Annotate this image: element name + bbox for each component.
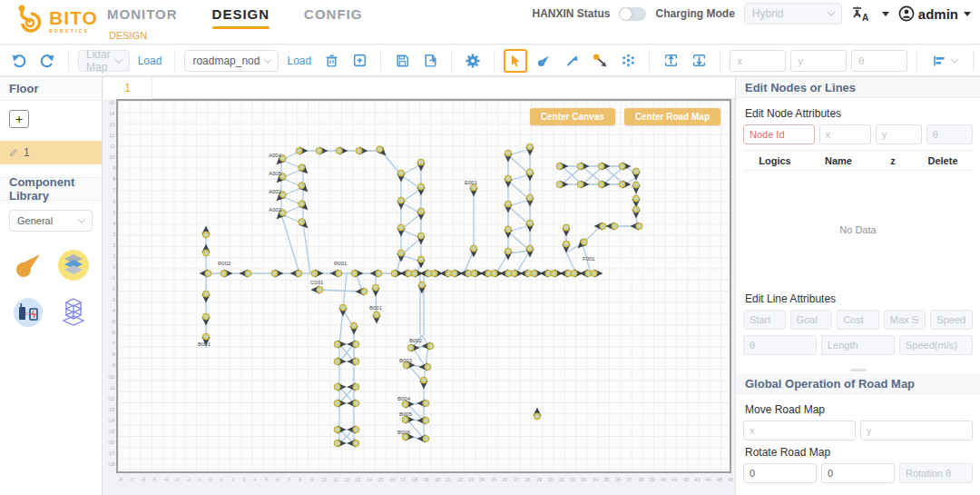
road-node[interactable]: [348, 399, 360, 407]
road-node[interactable]: [416, 233, 425, 245]
floor-item-1[interactable]: 1: [0, 141, 102, 164]
redo-button[interactable]: [35, 49, 59, 73]
node-x-input[interactable]: [819, 124, 871, 144]
road-node[interactable]: [330, 269, 343, 277]
road-node[interactable]: [201, 244, 210, 257]
road-node[interactable]: [407, 343, 420, 351]
road-node[interactable]: [417, 416, 430, 424]
road-node[interactable]: [560, 269, 573, 277]
road-node[interactable]: [525, 194, 534, 207]
road-node[interactable]: [469, 245, 477, 258]
center-roadmap-button[interactable]: Center Road Map: [624, 108, 720, 125]
settings-gear-button[interactable]: [461, 49, 485, 73]
road-node[interactable]: [416, 159, 425, 172]
new-map-button[interactable]: [348, 49, 371, 73]
tab-monitor[interactable]: MONITOR: [107, 6, 178, 29]
theta-coordinate-input[interactable]: [851, 50, 907, 72]
road-node[interactable]: [419, 362, 432, 371]
road-node[interactable]: [334, 399, 347, 407]
x-coordinate-input[interactable]: [730, 50, 786, 72]
delete-map-button[interactable]: [319, 49, 343, 73]
edit-floor-icon[interactable]: [9, 148, 18, 157]
road-node[interactable]: [201, 313, 210, 326]
road-node[interactable]: [419, 377, 427, 390]
tab-config[interactable]: CONFIG: [304, 6, 362, 29]
road-node[interactable]: [397, 197, 405, 210]
road-node[interactable]: [334, 340, 347, 348]
road-node[interactable]: [334, 425, 347, 433]
road-node[interactable]: [525, 144, 534, 156]
add-floor-button[interactable]: +: [9, 110, 29, 128]
road-node[interactable]: [336, 146, 348, 154]
component-charging-station[interactable]: =: [11, 295, 45, 330]
road-node[interactable]: [316, 146, 328, 154]
center-canvas-button[interactable]: Center Canvas: [530, 108, 615, 125]
road-node[interactable]: [440, 269, 453, 277]
road-node[interactable]: [525, 169, 534, 182]
road-node[interactable]: [311, 269, 324, 277]
road-node[interactable]: [416, 256, 425, 269]
rotate-y-input[interactable]: [821, 463, 895, 483]
user-menu[interactable]: admin: [898, 5, 971, 22]
move-x-input[interactable]: [743, 421, 856, 441]
road-node[interactable]: [480, 269, 493, 277]
road-node[interactable]: [356, 146, 368, 154]
road-node[interactable]: [556, 162, 569, 170]
road-node[interactable]: [201, 291, 210, 303]
road-node[interactable]: [290, 269, 303, 277]
road-node[interactable]: [348, 425, 360, 433]
language-icon[interactable]: A: [851, 5, 871, 22]
road-node[interactable]: [351, 269, 364, 277]
road-node[interactable]: [397, 250, 405, 262]
road-node[interactable]: [504, 201, 512, 213]
rotate-x-input[interactable]: [743, 463, 817, 483]
y-coordinate-input[interactable]: [790, 50, 847, 72]
road-node[interactable]: [240, 269, 252, 277]
node-y-input[interactable]: [876, 124, 922, 144]
component-category-select[interactable]: General: [9, 210, 93, 232]
road-node[interactable]: [469, 184, 477, 197]
road-node[interactable]: [348, 340, 360, 348]
road-node[interactable]: [631, 222, 643, 230]
road-node[interactable]: [416, 208, 425, 221]
road-node[interactable]: [533, 408, 541, 421]
road-node[interactable]: [334, 382, 347, 391]
road-node[interactable]: [504, 175, 512, 188]
draw-line-tool-button[interactable]: [560, 49, 583, 73]
component-node-tool[interactable]: [11, 248, 45, 282]
road-edge[interactable]: [318, 290, 362, 292]
road-node[interactable]: [598, 180, 611, 188]
road-node[interactable]: [397, 224, 405, 237]
road-node[interactable]: [417, 399, 430, 407]
cluster-tool-button[interactable]: [616, 49, 640, 73]
road-node[interactable]: [598, 162, 611, 170]
road-node[interactable]: [348, 382, 360, 391]
road-node[interactable]: [416, 183, 425, 196]
road-node[interactable]: [200, 269, 212, 277]
road-node[interactable]: [220, 269, 233, 277]
language-caret-icon[interactable]: [882, 12, 889, 16]
road-node[interactable]: [525, 220, 534, 233]
road-node[interactable]: [577, 180, 590, 188]
road-node[interactable]: [562, 224, 570, 237]
road-node[interactable]: [500, 269, 513, 277]
road-node[interactable]: [356, 287, 368, 295]
select-tool-button[interactable]: [504, 49, 527, 73]
road-node[interactable]: [397, 170, 405, 183]
road-node[interactable]: [417, 282, 426, 294]
road-node[interactable]: [632, 195, 640, 208]
road-node[interactable]: [334, 439, 347, 447]
road-edge[interactable]: [303, 223, 310, 273]
load-roadmap-button[interactable]: Load: [283, 54, 315, 67]
roadmap-select[interactable]: roadmap_nod: [184, 50, 279, 72]
hanxin-status-toggle[interactable]: [619, 7, 646, 21]
save-button[interactable]: [390, 49, 414, 73]
road-node[interactable]: [632, 206, 640, 219]
road-node[interactable]: [271, 269, 284, 277]
road-node[interactable]: [334, 357, 347, 365]
charging-mode-select[interactable]: Hybrid: [744, 3, 842, 25]
draw-line-node-tool-button[interactable]: [588, 49, 612, 73]
road-node[interactable]: [348, 357, 360, 365]
road-node[interactable]: [348, 439, 360, 447]
road-node[interactable]: [632, 182, 640, 194]
